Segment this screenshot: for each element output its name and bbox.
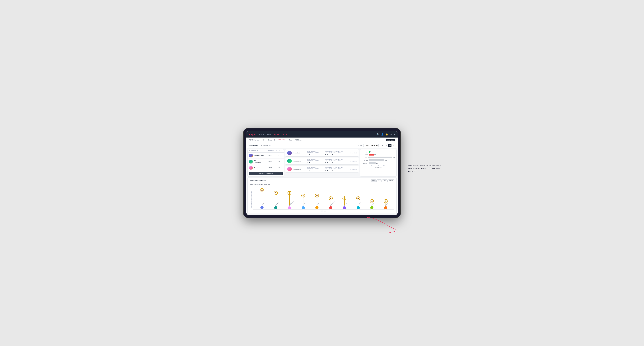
avatar: 1 — [249, 154, 253, 158]
streak-line — [303, 194, 304, 205]
arrow-icon: ← — [268, 180, 270, 182]
bar-row: Pars499 — [362, 156, 395, 159]
sub-nav-hcaps[interactable]: Hcaps 1-5 — [268, 139, 275, 141]
sub-nav-pgat[interactable]: PGAT Players — [249, 139, 259, 141]
rounds-values: 8 4 — [306, 161, 319, 163]
app-filter-button[interactable]: APP — [376, 179, 382, 182]
tournament-label: Tournament — [306, 168, 313, 169]
grid-view-button[interactable]: ⊞ — [381, 144, 384, 147]
ott-value: 0 — [325, 161, 326, 163]
player-name: Cameron... — [254, 167, 265, 169]
bar-value: 499 — [393, 157, 395, 158]
practice-activities-group: Total Practice Activities OTT APP ARG PU… — [325, 167, 342, 171]
bar-label: Bogeys — [362, 160, 368, 161]
bar-fill — [369, 154, 374, 156]
rounds-values: 7 2 — [306, 169, 319, 171]
player-info: Richard Butler — [254, 155, 265, 156]
view-full-leaderboard-button[interactable]: View Full Leaderboard — [249, 172, 282, 175]
ott-filter-button[interactable]: OTT — [371, 179, 376, 182]
streak-avatar — [329, 206, 332, 209]
streak-avatar — [384, 206, 387, 209]
tournament-value: 7 — [306, 169, 308, 171]
app-value: 0 — [327, 153, 328, 155]
nav-icons: 🔍 👤 🔔 ⚙ ● — [377, 133, 395, 136]
ott-value: 0 — [325, 153, 326, 155]
chart-x-axis: 0 200 400 — [362, 165, 395, 166]
practice-value: 6 — [309, 153, 310, 155]
streak-line — [290, 191, 290, 205]
practice-label: Practice — [315, 160, 319, 161]
practice-activities-group: Total Practice Activities OTT APP ARG PU… — [325, 151, 342, 155]
player-score: 17/20 — [266, 167, 274, 169]
card-view-button[interactable]: ▤ — [388, 144, 392, 147]
add-team-button[interactable]: Add Team — [386, 139, 395, 141]
streak-avatar — [343, 206, 346, 209]
sub-nav-all-players[interactable]: All Players — [295, 139, 302, 141]
rounds-sublabels: Tournament Practice — [306, 168, 319, 169]
bell-icon[interactable]: 🔔 — [386, 133, 388, 136]
rank-badge: 1 — [252, 156, 253, 158]
bar-row: Birdies96 — [362, 154, 395, 156]
practice-values: 0 0 0 0 — [325, 161, 342, 163]
practice-activities-label: Total Practice Activities — [325, 159, 342, 160]
rounds-group: Total Rounds Tournament Practice 8 4 — [306, 159, 319, 163]
nav-home[interactable]: Home — [259, 134, 264, 135]
bar-value: 311 — [385, 160, 387, 161]
tournament-label: Tournament — [306, 160, 313, 161]
bottom-header: Best Round Streaks ← OTT APP ARG PUTT — [250, 179, 394, 182]
app-label: APP — [329, 160, 332, 161]
view-icons: ⊞ ≡ ▤ ↕ — [381, 144, 395, 147]
show-label: Show — [358, 145, 362, 146]
bar-row: Bogeys311 — [362, 159, 395, 161]
sub-nav-tour[interactable]: Tour — [289, 139, 292, 141]
nav-my-performance[interactable]: My Performance — [274, 134, 287, 135]
table-row: 1 Richard Butler 19/20 110 — [248, 153, 284, 159]
nav-teams[interactable]: Teams — [266, 134, 272, 135]
player-card: Josh Coles Total Rounds Tournament Pract… — [285, 165, 359, 173]
card-stats: Total Rounds Tournament Practice 7 6 — [306, 151, 343, 155]
putt-value: 0 — [332, 161, 333, 163]
player-score: 19/20 — [266, 155, 274, 156]
sub-nav-pga[interactable]: PGA — [262, 139, 265, 141]
table-view-button[interactable]: ↕ — [392, 144, 395, 147]
putt-filter-button[interactable]: PUTT — [388, 179, 394, 182]
streak-column: 7xE. Ebert — [255, 190, 269, 209]
arg-filter-button[interactable]: ARG — [382, 179, 388, 182]
table-row: 3 Cameron... 17/20 103 — [248, 165, 284, 171]
arg-label: ARG — [334, 168, 336, 169]
edit-icon[interactable]: ✏ — [269, 145, 271, 146]
period-select[interactable]: Last 3 months — [363, 144, 378, 147]
practice-value: 4 — [309, 161, 310, 163]
streak-column: 4xM. Maher — [352, 190, 365, 209]
streak-avatar — [302, 206, 305, 209]
sub-nav-team-clippd[interactable]: Team Clippd — [278, 139, 286, 141]
user-icon[interactable]: 👤 — [381, 133, 384, 136]
practice-activities-label: Total Practice Activities — [325, 151, 342, 152]
bar-value: 131 — [376, 163, 378, 164]
streak-line — [317, 194, 317, 205]
stat-divider — [322, 167, 322, 171]
streak-column: 6xD. Billingham — [282, 190, 296, 209]
col-pb-avg-label: PB AVG SQ — [276, 150, 282, 152]
rounds-label: Total Rounds — [306, 159, 319, 160]
arg-label: ARG — [334, 160, 336, 161]
player-avg: 103 — [276, 167, 282, 169]
putt-value: 1 — [332, 153, 333, 155]
leaderboard-header: PLAYER NAME PB SCORE PB AVG SQ — [248, 149, 284, 153]
settings-icon[interactable]: ⚙ — [390, 133, 392, 136]
tablet-frame: clippd Home Teams My Performance 🔍 👤 🔔 ⚙… — [243, 128, 401, 218]
bar-container: 131 — [369, 162, 395, 164]
list-view-button[interactable]: ≡ — [385, 144, 388, 147]
practice-values: 0 0 0 1 — [325, 153, 342, 155]
app-value: 0 — [327, 161, 328, 163]
x-axis-label: Players — [253, 210, 394, 212]
bar-container: 311 — [369, 159, 395, 161]
best-round-streaks-section: Best Round Streaks ← OTT APP ARG PUTT Of… — [248, 177, 396, 214]
subtitle-rest: , Fairway Accuracy — [257, 183, 270, 185]
search-icon[interactable]: 🔍 — [377, 133, 380, 136]
total-shots-label: Total Shots — [362, 167, 395, 168]
streak-avatar — [370, 206, 374, 209]
avatar-icon[interactable]: ● — [394, 133, 395, 136]
streak-line — [262, 188, 262, 205]
scoring-chart: Eagles3Birdies96Pars499Bogeys311D. Bogey… — [362, 151, 395, 164]
